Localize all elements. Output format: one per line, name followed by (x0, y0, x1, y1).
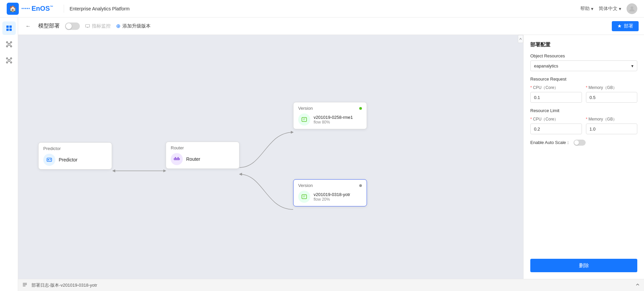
platform-name: Enterprise Analytics Platform (69, 6, 129, 11)
cpu-request-input[interactable] (530, 92, 582, 103)
svg-rect-4 (9, 29, 12, 31)
auto-scale-toggle[interactable] (574, 140, 586, 146)
version1-status-dot (359, 107, 362, 110)
resource-request-grid: * CPU（Core） * Memory（GB） (530, 85, 637, 103)
memory-limit-label: * Memory（GB） (586, 116, 638, 122)
cpu-request-col: * CPU（Core） (530, 85, 582, 103)
object-resources-label: Object Resources (530, 53, 637, 58)
svg-point-0 (631, 6, 633, 9)
svg-rect-19 (86, 25, 90, 27)
flow-canvas: Predictor Predictor Router (18, 35, 523, 279)
toolbar: ← 模型部署 指标监控 ⊕ 添加升级版本 部署 (18, 17, 644, 35)
svg-rect-1 (6, 26, 9, 28)
version2-name: v201019-0318-yotr (314, 192, 350, 197)
svg-point-31 (178, 159, 178, 159)
cpu-request-label: * CPU（Core） (530, 85, 582, 91)
svg-point-5 (8, 43, 10, 45)
delete-button[interactable]: 删除 (530, 259, 637, 272)
add-version-button[interactable]: ⊕ 添加升级版本 (116, 23, 151, 29)
auto-scale-row: Enable Auto Scale： (530, 140, 637, 146)
expand-log-button[interactable] (635, 282, 640, 288)
monitor-toggle[interactable] (65, 22, 80, 30)
predictor-icon (43, 154, 55, 166)
bottom-log-bar: 部署日志-版本-v201019-0318-yotr (18, 279, 644, 291)
svg-point-17 (6, 62, 8, 63)
router-node-label: Router (171, 145, 234, 150)
nav-right-area: 帮助 ▾ 简体中文 ▾ (580, 3, 637, 14)
svg-line-10 (8, 43, 8, 43)
canvas-scroll-up-btn[interactable] (518, 35, 523, 43)
svg-rect-3 (6, 29, 9, 31)
svg-point-30 (176, 159, 177, 159)
svg-point-6 (6, 42, 8, 43)
memory-limit-input[interactable] (586, 124, 638, 134)
home-icon[interactable]: 🏠 (7, 3, 19, 15)
predictor-node-content: Predictor (43, 154, 107, 166)
svg-point-7 (10, 42, 12, 43)
resource-request-label: Resource Request (530, 77, 637, 82)
resource-limit-label: Resource Limit (530, 108, 637, 113)
memory-limit-col: * Memory（GB） (586, 116, 638, 134)
version2-icon (298, 191, 310, 203)
sidebar-item-home[interactable] (2, 21, 16, 35)
logo-dots: ••••• (21, 6, 30, 11)
right-config-panel: 部署配置 Object Resources eapanalytics ▾ Res… (523, 35, 644, 279)
monitor-label[interactable]: 指标监控 (85, 23, 111, 29)
sidebar-item-models[interactable] (2, 38, 16, 51)
predictor-node-label: Predictor (43, 146, 107, 151)
predictor-node-name: Predictor (59, 157, 77, 162)
select-chevron-icon: ▾ (631, 63, 634, 68)
back-button[interactable]: ← (23, 21, 33, 31)
svg-point-24 (48, 159, 49, 160)
version2-header: Version (298, 183, 362, 188)
version2-content: v201019-0318-yotr flow 20% (298, 191, 362, 203)
log-list-icon[interactable] (22, 282, 28, 288)
plus-icon: ⊕ (116, 23, 120, 29)
cpu-limit-input[interactable] (530, 124, 582, 134)
svg-point-14 (8, 59, 10, 61)
version2-flow: flow 20% (314, 197, 350, 202)
router-node-content: Router (171, 153, 234, 165)
user-avatar[interactable] (627, 3, 637, 14)
language-menu[interactable]: 简体中文 ▾ (599, 6, 621, 12)
version2-details: v201019-0318-yotr flow 20% (314, 192, 350, 202)
svg-point-8 (6, 46, 8, 47)
svg-point-18 (10, 62, 12, 63)
logo-area: 🏠 ••••• EnOS™ (7, 3, 53, 15)
resource-limit-grid: * CPU（Core） * Memory（GB） (530, 116, 637, 134)
sidebar-item-analytics[interactable] (2, 54, 16, 67)
version1-details: v201019-0258-rme1 flow 80% (314, 115, 353, 125)
router-icon (171, 153, 183, 165)
cpu-limit-label: * CPU（Core） (530, 116, 582, 122)
svg-point-9 (10, 46, 12, 47)
svg-rect-2 (9, 26, 12, 28)
version1-header: Version (298, 106, 362, 111)
version1-node[interactable]: Version v201019-0258-rme1 flow 80% (293, 102, 367, 129)
deploy-button[interactable]: 部署 (612, 21, 639, 31)
log-text: 部署日志-版本-v201019-0318-yotr (32, 282, 97, 288)
version1-label: Version (298, 106, 313, 111)
version1-flow: flow 80% (314, 120, 353, 125)
auto-scale-label: Enable Auto Scale： (530, 140, 570, 146)
router-node[interactable]: Router Router (166, 142, 239, 169)
predictor-node[interactable]: Predictor Predictor (38, 142, 112, 169)
router-node-name: Router (186, 156, 200, 162)
left-sidebar (0, 17, 18, 291)
brand-logo: ••••• EnOS™ (21, 5, 53, 12)
memory-request-input[interactable] (586, 92, 638, 103)
version2-node[interactable]: Version v201019-0318-yotr flow 20% (293, 179, 367, 206)
help-menu[interactable]: 帮助 ▾ (580, 6, 593, 12)
svg-rect-39 (302, 195, 307, 199)
memory-request-label: * Memory（GB） (586, 85, 638, 91)
cpu-limit-col: * CPU（Core） (530, 116, 582, 134)
main-canvas: Predictor Predictor Router (18, 35, 644, 279)
version2-status-dot (359, 184, 362, 187)
svg-point-29 (175, 159, 176, 159)
logo-text: EnOS™ (32, 5, 53, 12)
object-resources-select[interactable]: eapanalytics ▾ (530, 60, 637, 71)
page-title: 模型部署 (38, 22, 60, 30)
svg-line-13 (10, 45, 10, 46)
memory-request-col: * Memory（GB） (586, 85, 638, 103)
version2-label: Version (298, 183, 313, 188)
svg-point-15 (6, 58, 8, 59)
